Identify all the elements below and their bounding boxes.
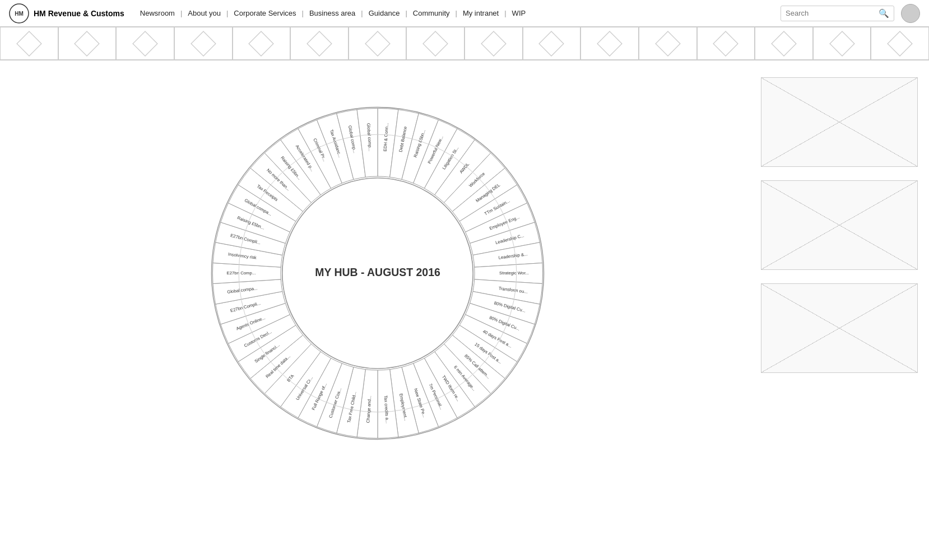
hmrc-logo-icon: HM [9, 3, 29, 24]
diamond-cell [349, 27, 407, 60]
diamond-cell [871, 27, 929, 60]
sidebar-image-1 [761, 77, 918, 167]
nav-sep-1: | [179, 9, 183, 17]
sidebar-image-3 [761, 283, 918, 373]
diamond-cell [233, 27, 291, 60]
right-sidebar [761, 77, 918, 469]
search-icon[interactable]: 🔍 [879, 8, 889, 18]
nav-newsroom[interactable]: Newsroom [136, 0, 179, 27]
nav-community[interactable]: Community [408, 0, 454, 27]
diamond-cell [406, 27, 465, 60]
diamond-cell [697, 27, 755, 60]
header: HM HM Revenue & Customs Newsroom | About… [0, 0, 929, 27]
nav-business-area[interactable]: Business area [305, 0, 360, 27]
search-area: 🔍 [781, 6, 894, 21]
diamond-cell [116, 27, 174, 60]
diamond-cell [290, 27, 349, 60]
main-nav: Newsroom | About you | Corporate Service… [136, 0, 772, 27]
diamond-cell [174, 27, 233, 60]
diamond-cell [465, 27, 523, 60]
nav-sep-2: | [225, 9, 229, 17]
wheel-segment-label: E27bn Comp... [227, 270, 256, 276]
nav-wip[interactable]: WIP [508, 0, 531, 27]
hub-wheel: MY HUB - AUGUST 2016 EDH & Conn...Debt B… [182, 77, 574, 469]
diamond-banner [0, 27, 929, 60]
nav-sep-3: | [301, 9, 305, 17]
wheel-segment-label: Strategic Wor... [499, 270, 529, 276]
diamond-cell [523, 27, 581, 60]
wheel-center-label: MY HUB - AUGUST 2016 [315, 266, 440, 278]
user-avatar[interactable] [901, 4, 920, 23]
logo-area: HM HM Revenue & Customs [9, 3, 124, 24]
svg-text:HM: HM [15, 11, 24, 17]
logo-text: HM Revenue & Customs [34, 9, 124, 18]
sidebar-image-2 [761, 180, 918, 270]
nav-sep-7: | [503, 9, 507, 17]
diamond-cell [580, 27, 639, 60]
diamond-cell [813, 27, 871, 60]
main-content: MY HUB - AUGUST 2016 EDH & Conn...Debt B… [0, 60, 929, 486]
nav-guidance[interactable]: Guidance [364, 0, 405, 27]
diamond-cell [0, 27, 58, 60]
search-input[interactable] [786, 9, 875, 17]
wheel-container: MY HUB - AUGUST 2016 EDH & Conn...Debt B… [11, 77, 744, 469]
nav-my-intranet[interactable]: My intranet [458, 0, 503, 27]
nav-corporate-services[interactable]: Corporate Services [229, 0, 300, 27]
diamond-cell [639, 27, 697, 60]
diamond-cell [58, 27, 117, 60]
diamond-cell [755, 27, 813, 60]
nav-sep-6: | [454, 9, 458, 17]
nav-sep-5: | [404, 9, 408, 17]
nav-sep-4: | [360, 9, 364, 17]
nav-about-you[interactable]: About you [183, 0, 225, 27]
